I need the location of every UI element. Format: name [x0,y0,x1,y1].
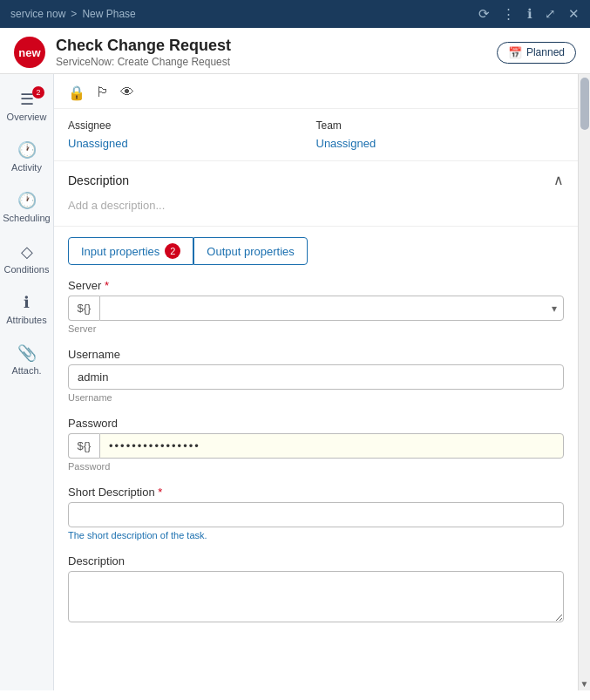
password-hint: Password [68,461,564,472]
team-label: Team [316,119,565,132]
field-short-description: Short Description * The short descriptio… [68,486,564,540]
sidebar-item-conditions[interactable]: ◇ Conditions [0,234,53,284]
server-label: Server * [68,279,564,292]
password-input-row: ${} [68,433,564,459]
description-section: Description ∧ Add a description... [54,161,578,227]
tab-input-properties[interactable]: Input properties 2 [68,237,193,265]
description-header: Description ∧ [68,172,564,188]
header-text: Check Change Request ServiceNow: Create … [56,37,231,68]
sidebar-label-scheduling: Scheduling [3,213,50,224]
field-username: Username Username [68,348,564,403]
description-placeholder[interactable]: Add a description... [68,195,564,215]
close-icon[interactable]: ✕ [568,6,580,22]
username-hint: Username [68,392,564,403]
breadcrumb-separator: > [71,8,77,20]
password-var-icon: ${} [78,439,92,452]
tab-input-label: Input properties [81,245,159,258]
tab-output-label: Output properties [207,245,294,258]
page-title: Check Change Request [56,37,231,55]
description-field-label: Description [68,554,564,567]
username-label: Username [68,348,564,361]
tab-input-count: 2 [165,243,180,259]
properties-tabs: Input properties 2 Output properties [68,237,564,265]
sidebar-label-attach: Attach. [11,365,41,377]
assignee-block: Assignee Unassigned [68,119,316,150]
breadcrumb: service now > New Phase [10,8,136,20]
page-header: new Check Change Request ServiceNow: Cre… [0,28,590,74]
description-title: Description [68,173,129,187]
more-icon[interactable]: ⋮ [502,6,515,22]
action-icons-row: 🔒 🏳 👁 [54,74,578,109]
properties-section: Input properties 2 Output properties Ser… [54,227,578,649]
sidebar-label-conditions: Conditions [4,264,50,275]
server-hint: Server [68,323,564,334]
password-label: Password [68,417,564,430]
status-badge[interactable]: 📅 Planned [497,42,576,64]
server-required: * [101,279,109,292]
main-layout: ☰ Overview 2 🕐 Activity 🕐 Scheduling ◇ C… [0,74,590,690]
page-subtitle: ServiceNow: Create Change Request [56,56,231,68]
server-var-icon: ${} [78,302,92,315]
sidebar-item-scheduling[interactable]: 🕐 Scheduling [0,182,53,233]
server-var-button[interactable]: ${} [68,296,99,321]
lock-icon[interactable]: 🔒 [68,85,85,101]
field-description: Description [68,554,564,625]
server-input-row: ${} ▾ [68,296,564,321]
server-select-wrapper: ▾ [99,296,564,321]
scrollbar-thumb[interactable] [580,78,589,130]
breadcrumb-end: New Phase [82,8,135,20]
top-bar: service now > New Phase ⟳ ⋮ ℹ ⤢ ✕ [0,0,590,28]
sidebar-item-attach[interactable]: 📎 Attach. [0,335,53,385]
breadcrumb-start: service now [10,8,65,20]
sidebar-item-activity[interactable]: 🕐 Activity [0,132,53,182]
short-description-hint: The short description of the task. [68,530,564,540]
info-icon[interactable]: ℹ [527,6,532,22]
attach-icon: 📎 [17,343,37,363]
activity-icon: 🕐 [17,140,37,160]
assignee-section: Assignee Unassigned Team Unassigned [54,109,578,161]
content-area: 🔒 🏳 👁 Assignee Unassigned Team Unassigne… [54,74,578,690]
field-password: Password ${} Password [68,417,564,472]
eye-icon[interactable]: 👁 [120,85,134,101]
server-select[interactable] [99,296,564,321]
app-logo: new [14,37,45,68]
sidebar-item-attributes[interactable]: ℹ Attributes [0,284,53,335]
refresh-icon[interactable]: ⟳ [478,6,490,22]
scheduling-icon: 🕐 [17,191,37,210]
sidebar-label-activity: Activity [11,162,42,173]
header-left: new Check Change Request ServiceNow: Cre… [14,37,231,68]
conditions-icon: ◇ [21,242,33,262]
tab-output-properties[interactable]: Output properties [193,237,307,265]
team-value[interactable]: Unassigned [316,137,565,150]
sidebar-label-attributes: Attributes [6,315,46,326]
password-var-button[interactable]: ${} [68,433,99,459]
expand-icon[interactable]: ⤢ [545,6,556,22]
assignee-label: Assignee [68,119,316,132]
sidebar-item-overview[interactable]: ☰ Overview 2 [0,81,53,132]
short-desc-required: * [155,486,163,499]
flag-icon[interactable]: 🏳 [96,85,110,101]
scrollbar-track[interactable]: ▲ ▼ [578,74,590,690]
username-input[interactable] [68,364,564,390]
collapse-button[interactable]: ∧ [553,172,564,188]
calendar-icon: 📅 [508,46,522,59]
field-server: Server * ${} ▾ Server [68,279,564,334]
team-block: Team Unassigned [316,119,565,150]
sidebar-label-overview: Overview [7,112,47,123]
description-textarea[interactable] [68,571,564,622]
status-label: Planned [526,46,565,58]
overview-badge: 2 [32,86,44,99]
top-bar-actions: ⟳ ⋮ ℹ ⤢ ✕ [478,6,580,22]
short-description-input[interactable] [68,502,564,527]
attributes-icon: ℹ [24,293,30,312]
assignee-value[interactable]: Unassigned [68,137,316,150]
password-input[interactable] [99,433,564,459]
sidebar: ☰ Overview 2 🕐 Activity 🕐 Scheduling ◇ C… [0,74,54,690]
short-description-label: Short Description * [68,486,564,499]
scroll-down-arrow[interactable]: ▼ [579,676,590,690]
